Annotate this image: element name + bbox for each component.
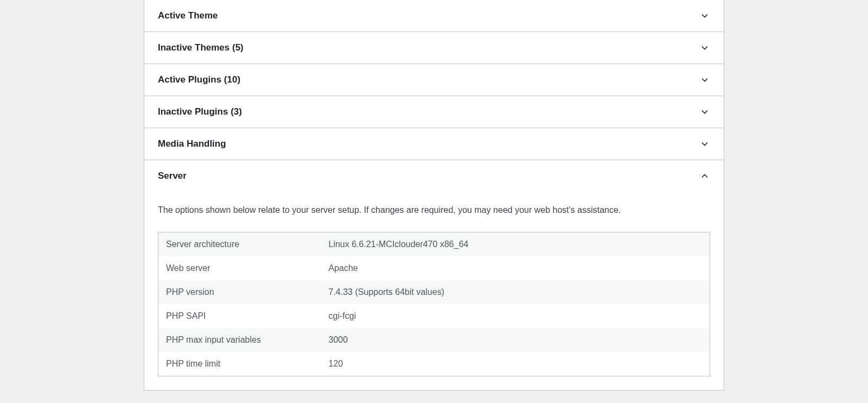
table-row: PHP time limit120 [158,352,710,376]
info-value: cgi-fcgi [321,304,710,328]
server-info-table: Server architectureLinux 6.6.21-MCIcloud… [158,232,710,376]
chevron-down-icon [699,74,710,85]
chevron-down-icon [699,10,710,21]
accordion-title: Media Handling [158,138,226,149]
info-label: PHP max input variables [158,328,321,352]
accordion-toggle-active-theme[interactable]: Active Theme [144,0,724,32]
accordion-toggle-server[interactable]: Server [144,160,724,192]
chevron-up-icon [699,171,710,181]
accordion-media-handling: Media Handling [144,128,724,160]
table-row: PHP SAPIcgi-fcgi [158,304,710,328]
info-value: Linux 6.6.21-MCIclouder470 x86_64 [321,232,710,257]
table-row: Server architectureLinux 6.6.21-MCIcloud… [158,232,710,257]
info-value: Apache [321,256,710,280]
info-label: PHP SAPI [158,304,321,328]
accordion-active-plugins: Active Plugins (10) [144,64,724,96]
accordion-title: Server [158,171,187,181]
accordion-toggle-inactive-themes[interactable]: Inactive Themes (5) [144,32,724,64]
accordion-title: Active Plugins (10) [158,74,240,85]
info-label: Server architecture [158,232,321,257]
table-row: Web serverApache [158,256,710,280]
chevron-down-icon [699,138,710,149]
accordion-active-theme: Active Theme [144,0,724,32]
accordion-body-server: The options shown below relate to your s… [144,204,724,390]
accordion-inactive-themes: Inactive Themes (5) [144,32,724,64]
accordion-toggle-media-handling[interactable]: Media Handling [144,128,724,160]
info-value: 3000 [321,328,710,352]
site-health-info-panel: Active Theme Inactive Themes (5) Active … [144,0,724,391]
accordion-toggle-inactive-plugins[interactable]: Inactive Plugins (3) [144,96,724,128]
info-label: PHP time limit [158,352,321,376]
table-row: PHP max input variables3000 [158,328,710,352]
table-row: PHP version7.4.33 (Supports 64bit values… [158,280,710,304]
info-value: 7.4.33 (Supports 64bit values) [321,280,710,304]
accordion-title: Active Theme [158,10,218,21]
accordion-inactive-plugins: Inactive Plugins (3) [144,96,724,128]
server-description: The options shown below relate to your s… [158,204,710,217]
accordion-server: Server The options shown below relate to… [144,160,724,391]
accordion-title: Inactive Themes (5) [158,42,244,53]
accordion-title: Inactive Plugins (3) [158,106,242,117]
chevron-down-icon [699,106,710,117]
info-value: 120 [321,352,710,376]
accordion-toggle-active-plugins[interactable]: Active Plugins (10) [144,64,724,96]
chevron-down-icon [699,42,710,53]
info-label: PHP version [158,280,321,304]
info-label: Web server [158,256,321,280]
